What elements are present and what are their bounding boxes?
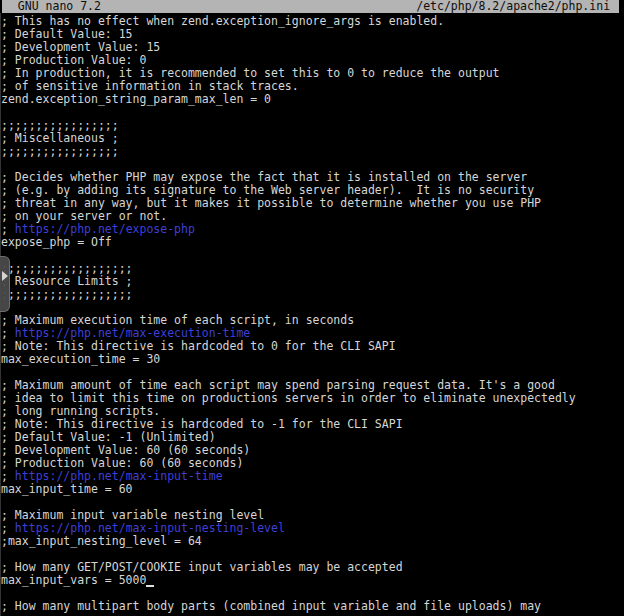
line-text: ; Production Value: 0	[1, 54, 146, 67]
line-text: ;;;;;;;;;;;;;;;;;	[1, 119, 119, 132]
editor-line: ; Decides whether PHP may expose the fac…	[1, 171, 624, 184]
editor-line: ; Default Value: -1 (Unlimited)	[1, 431, 624, 444]
editor-line: ; How many multipart body parts (combine…	[1, 600, 624, 613]
url-text: https://php.net/expose-php	[15, 223, 195, 236]
line-text: ; Development Value: 60 (60 seconds)	[1, 444, 250, 457]
editor-line: ; on your server or not.	[1, 210, 624, 223]
line-text: ; Decides whether PHP may expose the fac…	[1, 171, 527, 184]
line-text: ; idea to limit this time on productions…	[1, 392, 576, 405]
editor-line: ; Miscellaneous ;	[1, 132, 624, 145]
editor-line: ; How many GET/POST/COOKIE input variabl…	[1, 561, 624, 574]
line-text: ; Development Value: 15	[1, 41, 160, 54]
line-text: ; In production, it is recommended to se…	[1, 67, 500, 80]
editor-line: ; In production, it is recommended to se…	[1, 67, 624, 80]
editor-line: ; Development Value: 60 (60 seconds)	[1, 444, 624, 457]
editor-line: ; Maximum execution time of each script,…	[1, 314, 624, 327]
editor-line: ; Default Value: 15	[1, 28, 624, 41]
editor-line: expose_php = Off	[1, 236, 624, 249]
editor-line: max_input_vars = 5000	[1, 574, 624, 587]
line-text: ; long running scripts.	[1, 405, 160, 418]
editor-line: ; Note: This directive is hardcoded to -…	[1, 418, 624, 431]
line-text: ;	[1, 327, 15, 340]
line-text: ;	[1, 223, 15, 236]
editor-line: max_input_time = 60	[1, 483, 624, 496]
file-path-label: /etc/php/8.2/apache2/php.ini	[416, 0, 617, 13]
editor-lines: ; This has no effect when zend.exception…	[1, 13, 624, 613]
editor-line: ; Maximum input variable nesting level	[1, 509, 624, 522]
line-text: ; Note: This directive is hardcoded to 0…	[1, 340, 396, 353]
chevron-right-icon	[2, 271, 8, 281]
line-text: ; Maximum execution time of each script,…	[1, 314, 354, 327]
editor-line: ;;;;;;;;;;;;;;;;;;;	[1, 288, 624, 301]
line-text: ; Resource Limits ;	[1, 275, 133, 288]
nano-titlebar: GNU nano 7.2 /etc/php/8.2/apache2/php.in…	[2, 0, 619, 13]
line-text: ;	[1, 522, 15, 535]
line-text: ; on your server or not.	[1, 210, 167, 223]
editor-line	[1, 106, 624, 119]
line-text: ; Default Value: 15	[1, 28, 133, 41]
line-text: ; How many multipart body parts (combine…	[1, 600, 541, 613]
line-text: expose_php = Off	[1, 236, 112, 249]
line-text: ; How many GET/POST/COOKIE input variabl…	[1, 561, 403, 574]
url-text: https://php.net/max-input-nesting-level	[15, 522, 285, 535]
line-text: zend.exception_string_param_max_len = 0	[1, 93, 271, 106]
editor-line	[1, 301, 624, 314]
line-text: max_input_vars = 5000	[1, 574, 146, 587]
editor-line: zend.exception_string_param_max_len = 0	[1, 93, 624, 106]
line-text: max_input_time = 60	[1, 483, 133, 496]
editor-line: max_execution_time = 30	[1, 353, 624, 366]
editor-line: ;max_input_nesting_level = 64	[1, 535, 624, 548]
line-text: ; Note: This directive is hardcoded to -…	[1, 418, 403, 431]
editor-line	[1, 158, 624, 171]
editor-line: ; Development Value: 15	[1, 41, 624, 54]
editor-line: ; https://php.net/max-execution-time	[1, 327, 624, 340]
text-cursor	[146, 574, 153, 587]
editor-line: ;;;;;;;;;;;;;;;;;	[1, 145, 624, 158]
line-text: ;;;;;;;;;;;;;;;;;	[1, 145, 119, 158]
line-text: ; Miscellaneous ;	[1, 132, 119, 145]
editor-line: ;;;;;;;;;;;;;;;;;;;	[1, 262, 624, 275]
editor-line: ; This has no effect when zend.exception…	[1, 15, 624, 28]
nano-version-label: GNU nano 7.2	[4, 0, 101, 13]
editor-line: ; https://php.net/expose-php	[1, 223, 624, 236]
vnc-control-bar-handle[interactable]	[0, 256, 10, 312]
editor-line	[1, 548, 624, 561]
line-text: ; threat in any way, but it makes it pos…	[1, 197, 541, 210]
editor-line	[1, 249, 624, 262]
line-text: ;	[1, 470, 15, 483]
editor-line	[1, 366, 624, 379]
line-text: ; This has no effect when zend.exception…	[1, 15, 444, 28]
editor-line: ; threat in any way, but it makes it pos…	[1, 197, 624, 210]
editor-line: ; https://php.net/max-input-nesting-leve…	[1, 522, 624, 535]
editor-line: ; idea to limit this time on productions…	[1, 392, 624, 405]
url-text: https://php.net/max-execution-time	[15, 327, 250, 340]
editor-line: ; of sensitive information in stack trac…	[1, 80, 624, 93]
line-text: ; of sensitive information in stack trac…	[1, 80, 299, 93]
line-text: ;;;;;;;;;;;;;;;;;;;	[1, 262, 133, 275]
line-text: ; Production Value: 60 (60 seconds)	[1, 457, 243, 470]
line-text: ;max_input_nesting_level = 64	[1, 535, 202, 548]
terminal-screen: GNU nano 7.2 /etc/php/8.2/apache2/php.in…	[0, 0, 624, 616]
line-text: ; (e.g. by adding its signature to the W…	[1, 184, 534, 197]
line-text: ;;;;;;;;;;;;;;;;;;;	[1, 288, 133, 301]
editor-line: ; long running scripts.	[1, 405, 624, 418]
editor-line	[1, 496, 624, 509]
editor-line: ; Resource Limits ;	[1, 275, 624, 288]
line-text: max_execution_time = 30	[1, 353, 160, 366]
editor-line: ; https://php.net/max-input-time	[1, 470, 624, 483]
url-text: https://php.net/max-input-time	[15, 470, 223, 483]
line-text: ; Default Value: -1 (Unlimited)	[1, 431, 216, 444]
editor-line: ; (e.g. by adding its signature to the W…	[1, 184, 624, 197]
editor-line	[1, 587, 624, 600]
editor-line: ; Production Value: 0	[1, 54, 624, 67]
editor-line: ;;;;;;;;;;;;;;;;;	[1, 119, 624, 132]
editor-line: ; Production Value: 60 (60 seconds)	[1, 457, 624, 470]
editor-line: ; Note: This directive is hardcoded to 0…	[1, 340, 624, 353]
line-text: ; Maximum input variable nesting level	[1, 509, 264, 522]
editor-line: ; Maximum amount of time each script may…	[1, 379, 624, 392]
line-text: ; Maximum amount of time each script may…	[1, 379, 555, 392]
